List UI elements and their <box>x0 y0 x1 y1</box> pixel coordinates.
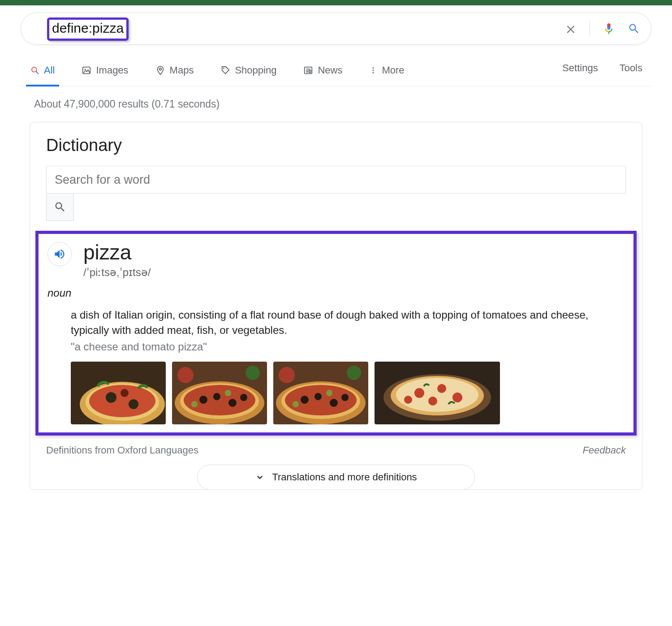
svg-point-37 <box>301 396 309 404</box>
tab-all[interactable]: All <box>28 60 57 86</box>
tab-label: Images <box>96 65 128 76</box>
tag-icon <box>220 65 230 75</box>
svg-point-20 <box>121 389 129 397</box>
dictionary-search-input[interactable] <box>46 166 626 194</box>
svg-point-4 <box>159 68 161 70</box>
feedback-link[interactable]: Feedback <box>582 445 626 456</box>
settings-link[interactable]: Settings <box>562 62 598 74</box>
svg-point-18 <box>106 392 116 403</box>
pronounce-button[interactable] <box>47 242 72 266</box>
svg-point-29 <box>191 401 198 407</box>
svg-point-49 <box>414 388 424 398</box>
svg-point-19 <box>129 399 138 409</box>
svg-point-3 <box>85 69 86 70</box>
tab-label: More <box>382 65 404 76</box>
svg-point-44 <box>347 366 361 380</box>
search-query: define:pizza <box>52 21 124 35</box>
top-accent-bar <box>0 0 672 5</box>
svg-point-25 <box>199 396 207 404</box>
example-image[interactable] <box>375 362 500 424</box>
tab-label: All <box>44 65 55 76</box>
definition-source[interactable]: Definitions from Oxford Languages <box>46 445 198 456</box>
search-icon <box>54 201 66 213</box>
svg-point-38 <box>314 393 322 400</box>
example-image[interactable] <box>172 362 267 424</box>
svg-point-52 <box>428 397 437 406</box>
tools-link[interactable]: Tools <box>620 62 642 74</box>
svg-line-1 <box>36 72 39 74</box>
example-image[interactable] <box>273 362 368 424</box>
svg-point-30 <box>225 390 231 396</box>
search-tabs: All Images Maps Shopping News More Setti… <box>21 60 651 86</box>
result-stats: About 47,900,000 results (0.71 seconds) <box>34 98 651 110</box>
svg-point-32 <box>246 366 260 380</box>
tab-label: Shopping <box>235 65 276 76</box>
tab-label: Maps <box>170 65 194 76</box>
svg-point-13 <box>373 72 374 73</box>
query-highlight-box: define:pizza <box>47 17 129 41</box>
part-of-speech: noun <box>47 287 625 299</box>
svg-point-31 <box>177 367 194 383</box>
clear-icon[interactable] <box>564 22 577 35</box>
word: pizza <box>83 240 151 264</box>
svg-point-41 <box>293 401 299 407</box>
more-definitions-button[interactable]: Translations and more definitions <box>197 465 475 490</box>
tab-images[interactable]: Images <box>79 60 131 86</box>
svg-rect-10 <box>309 70 311 73</box>
svg-point-11 <box>373 67 374 69</box>
tab-maps[interactable]: Maps <box>153 60 197 86</box>
svg-point-26 <box>213 393 220 400</box>
example-image[interactable] <box>71 362 166 424</box>
definition-images <box>71 362 625 424</box>
svg-point-5 <box>223 68 224 69</box>
chevron-down-icon <box>255 472 265 482</box>
divider <box>590 21 590 37</box>
svg-point-51 <box>452 393 462 402</box>
svg-point-43 <box>279 367 295 383</box>
more-icon <box>369 66 377 74</box>
tab-label: News <box>318 65 342 76</box>
definition-example: "a cheese and tomato pizza" <box>71 339 625 354</box>
svg-point-48 <box>396 378 478 412</box>
dictionary-title: Dictionary <box>46 136 626 155</box>
svg-point-40 <box>341 394 349 401</box>
definition-highlight-box: pizza /ˈpiːtsə,ˈpɪtsə/ noun a dish of It… <box>35 231 637 436</box>
tab-more[interactable]: More <box>366 60 407 86</box>
svg-point-12 <box>373 70 374 71</box>
dictionary-card: Dictionary pizza /ˈpiːtsə,ˈpɪtsə/ <box>30 122 642 490</box>
more-definitions-label: Translations and more definitions <box>272 471 417 483</box>
news-icon <box>303 65 313 75</box>
svg-point-28 <box>240 394 247 401</box>
image-icon <box>82 65 91 75</box>
svg-point-39 <box>330 399 338 407</box>
tab-shopping[interactable]: Shopping <box>218 60 279 86</box>
svg-point-50 <box>437 384 446 393</box>
search-icon <box>30 66 39 75</box>
search-bar[interactable]: define:pizza <box>21 13 651 45</box>
pin-icon <box>155 65 165 75</box>
dictionary-search-button[interactable] <box>46 193 74 221</box>
definition-text: a dish of Italian origin, consisting of … <box>71 307 625 337</box>
svg-point-42 <box>326 390 332 396</box>
svg-point-27 <box>228 399 237 407</box>
svg-point-53 <box>404 396 412 404</box>
tab-news[interactable]: News <box>301 60 345 86</box>
speaker-icon <box>53 248 66 260</box>
mic-icon[interactable] <box>603 22 615 35</box>
pronunciation: /ˈpiːtsə,ˈpɪtsə/ <box>83 266 151 279</box>
search-icon[interactable] <box>628 22 640 35</box>
